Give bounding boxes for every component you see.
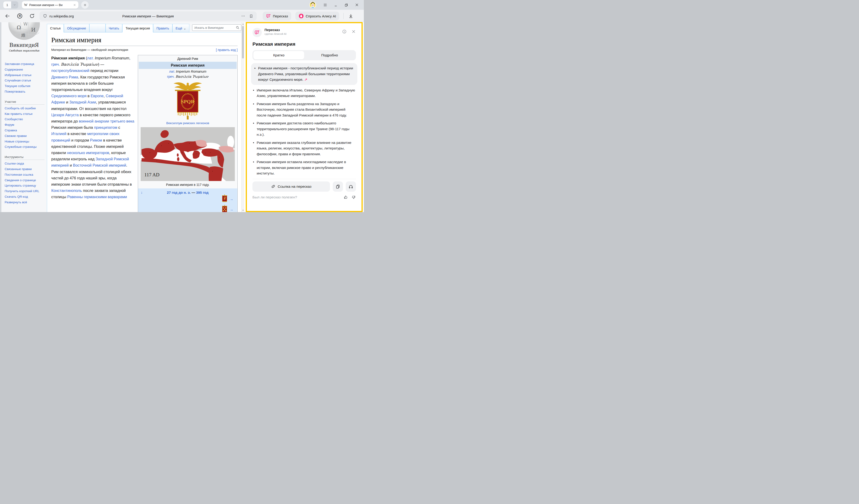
vexillum-image[interactable]: SPQR — [170, 81, 205, 120]
info-icon[interactable] — [342, 29, 347, 34]
legion-banner-image[interactable] — [221, 205, 228, 212]
inline-link[interactable]: Средиземного моря — [51, 94, 87, 98]
close-panel-icon[interactable] — [351, 29, 356, 34]
inline-link[interactable]: 395 год — [196, 190, 209, 195]
sidebar-link[interactable]: Скачать QR-код — [5, 194, 47, 200]
wiki-scrollbar[interactable]: ▲ ▼ — [241, 22, 244, 212]
sidebar-link[interactable]: Новые страницы — [5, 139, 47, 144]
sidebar-link[interactable]: Получить короткий URL — [5, 188, 47, 194]
sidebar-link[interactable]: Как править статьи — [5, 111, 47, 117]
inline-link[interactable]: греч. — [51, 62, 60, 66]
menu-button[interactable] — [323, 3, 327, 7]
sidebar-link[interactable]: Текущие события — [5, 83, 47, 89]
thumbs-down-icon[interactable] — [351, 195, 356, 200]
edit-code-link[interactable]: [ править код ] — [216, 48, 238, 52]
tab-talk[interactable]: Обсуждение — [64, 24, 89, 32]
wikipedia-globe-logo[interactable]: Ω И 維 W — [8, 22, 40, 40]
inline-link[interactable]: лат. — [169, 70, 175, 73]
search-input[interactable] — [192, 24, 241, 31]
tab-article[interactable]: Статья — [47, 24, 64, 32]
new-tab-button[interactable] — [81, 1, 89, 9]
empire-map-image[interactable]: 117 AD — [141, 127, 235, 181]
downloads-button[interactable] — [348, 13, 353, 18]
minimize-button[interactable] — [334, 3, 337, 7]
retell-bullet-highlighted[interactable]: Римская империя - постреспубликанский пе… — [251, 63, 357, 85]
profile-avatar[interactable] — [309, 1, 316, 9]
inline-link[interactable]: постреспубликанский — [51, 68, 89, 73]
sidebar-link[interactable]: Сообщество — [5, 117, 47, 122]
inline-link[interactable]: Равенны германскими варварами — [67, 195, 127, 199]
inline-link[interactable]: 27 год до н. э. — [167, 190, 191, 195]
reload-button[interactable] — [29, 13, 35, 19]
scroll-down-arrow-link[interactable]: ↓ — [141, 190, 143, 194]
search-icon[interactable] — [236, 26, 240, 30]
infobox-context-link[interactable]: Древний Рим — [139, 56, 237, 61]
thumbs-up-icon[interactable] — [343, 195, 348, 200]
tab-read[interactable]: Читать — [106, 24, 122, 32]
tab-close-icon[interactable] — [73, 3, 76, 6]
tab-more[interactable]: Ещё⌄ — [172, 24, 189, 32]
tab-detailed[interactable]: Подробно — [304, 51, 355, 59]
banner-link-arrow[interactable]: → — [230, 197, 233, 201]
wikipedia-wordmark[interactable]: ВикипедиЯ — [1, 42, 47, 48]
tab-group-chevron-button[interactable] — [11, 1, 18, 9]
inline-link[interactable]: принципатом — [94, 125, 117, 129]
sidebar-link[interactable]: Постоянная ссылка — [5, 172, 47, 178]
scrollbar-thumb[interactable] — [242, 26, 244, 59]
inline-link[interactable]: Римом — [90, 138, 102, 142]
inline-link[interactable]: несколько императоров — [67, 151, 109, 155]
retell-toolbar-button[interactable]: Пересказ — [263, 12, 291, 20]
retell-link-button[interactable]: Ссылка на пересказ — [253, 181, 330, 192]
sidebar-link[interactable]: Развернуть всё — [5, 200, 47, 205]
empire-dates-link[interactable]: 27 год до н. э. — 395 год — [138, 190, 237, 195]
sidebar-link[interactable]: Пожертвовать — [5, 89, 47, 94]
inline-link[interactable]: Древнего Рима — [51, 75, 78, 79]
sidebar-link[interactable]: Ссылки сюда — [5, 161, 47, 166]
sidebar-link[interactable]: Служебные страницы — [5, 144, 47, 150]
listen-retell-button[interactable] — [346, 181, 356, 192]
scrollbar-up-icon[interactable]: ▲ — [242, 23, 244, 25]
ask-alice-button[interactable]: Спросить Алису AI — [296, 12, 339, 20]
inline-link[interactable]: Цезаря Августа — [51, 113, 79, 117]
sidebar-link[interactable]: Содержание — [5, 67, 47, 72]
tab-brief[interactable]: Кратко — [253, 51, 304, 59]
site-security-shield-icon[interactable] — [43, 14, 47, 18]
sidebar-link[interactable]: Цитировать страницу — [5, 183, 47, 188]
retell-mode-switch: Кратко Подробно — [253, 50, 356, 60]
tab-current-version[interactable]: Текущая версия — [122, 24, 153, 32]
sidebar-link[interactable]: Сведения о странице — [5, 178, 47, 183]
copy-retell-button[interactable] — [333, 181, 343, 192]
yandex-home-button[interactable]: Я — [17, 13, 23, 19]
bookmark-icon[interactable] — [249, 14, 253, 18]
inline-link[interactable]: Константинополь — [51, 188, 82, 193]
inline-link[interactable]: Западной Азии — [70, 100, 96, 104]
sidebar-link[interactable]: Форум — [5, 122, 47, 128]
scrollbar-down-icon[interactable]: ▼ — [242, 209, 244, 211]
labarum-banner-image[interactable] — [221, 195, 228, 203]
inline-link[interactable]: Европе — [91, 94, 104, 98]
source-link-arrow[interactable]: ↗ — [304, 77, 307, 81]
sidebar-link[interactable]: Справка — [5, 128, 47, 133]
restore-button[interactable] — [345, 3, 348, 7]
sidebar-link[interactable]: Свежие правки — [5, 133, 47, 139]
sidebar-link[interactable]: Связанные правки — [5, 166, 47, 172]
vexillum-caption-link[interactable]: Вексиллум римских легионов — [139, 120, 237, 127]
tab-edit[interactable]: Править — [153, 24, 172, 32]
address-bar[interactable]: ru.wikipedia.org Римская империя — Викип… — [40, 11, 257, 21]
browser-tab[interactable]: W Римская империя — Ви — [22, 1, 78, 9]
inline-link[interactable]: греч. — [167, 75, 175, 78]
sidebar-link[interactable]: Сообщить об ошибке — [5, 106, 47, 111]
more-actions-icon[interactable] — [241, 14, 245, 18]
inline-link[interactable]: военной анархии третьего века — [79, 119, 134, 123]
tab-group-badge[interactable]: 1 — [3, 1, 11, 9]
sidebar-link[interactable]: Заглавная страница — [5, 61, 47, 67]
sidebar-link[interactable]: Избранные статьи — [5, 72, 47, 78]
back-button[interactable] — [5, 13, 10, 19]
inline-link[interactable]: Италией — [51, 132, 66, 136]
inline-link[interactable]: лат. — [87, 56, 94, 60]
close-window-button[interactable] — [355, 3, 359, 7]
sidebar-link[interactable]: Случайная статья — [5, 78, 47, 83]
banner-link-arrow[interactable]: → — [230, 208, 233, 211]
retell-icon — [266, 13, 271, 18]
inline-link[interactable]: Восточной Римской империей — [73, 163, 126, 167]
